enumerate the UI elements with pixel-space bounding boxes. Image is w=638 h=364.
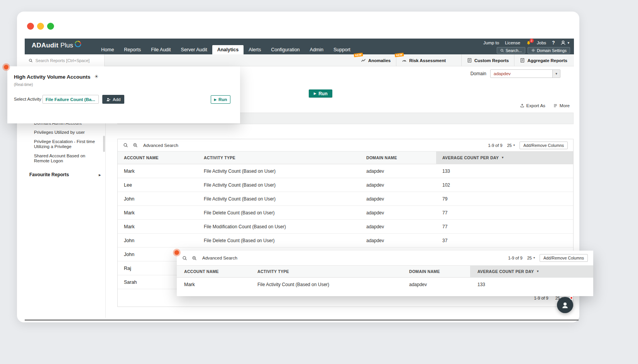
- add-remove-columns-button[interactable]: Add/Remove Columns: [520, 142, 568, 149]
- add-button[interactable]: Add: [102, 95, 124, 104]
- add-user-icon: [106, 97, 111, 102]
- col-header-domain-name[interactable]: DOMAIN NAME: [360, 152, 436, 164]
- report-tabs: NEW Anomalies NEW Risk Assessment Custom…: [355, 54, 573, 66]
- sidebar-item-shared-account-remote-logon[interactable]: Shared Account Based on Remote Logon: [25, 152, 105, 166]
- col-header-activity-type[interactable]: ACTIVITY TYPE: [198, 152, 360, 164]
- page-size-select[interactable]: 25 ▾: [527, 256, 535, 260]
- result-preview-popover: Advanced Search 1-9 of 9 25 ▾ Add/Remove…: [177, 251, 593, 296]
- domain-settings-button[interactable]: Domain Settings: [528, 47, 570, 54]
- cell-count: 77: [436, 220, 573, 233]
- advanced-search-icon[interactable]: [192, 256, 197, 261]
- domain-selector-row: Domain adapdev ▾: [470, 69, 560, 78]
- jump-to-link[interactable]: Jump to: [483, 40, 499, 45]
- new-badge: NEW: [395, 53, 404, 57]
- report-search-input[interactable]: [36, 58, 100, 63]
- document-icon: [467, 58, 472, 63]
- col-header-average-count[interactable]: AVERAGE COUNT PER DAY ▾: [470, 266, 593, 277]
- search-icon[interactable]: [182, 256, 187, 261]
- sidebar-item-privileges-utilized-by-user[interactable]: Privileges Utilized by user: [25, 128, 105, 137]
- minimize-window-button[interactable]: [37, 23, 44, 30]
- schedule-icon[interactable]: ☀: [94, 74, 99, 79]
- reports-toolbar: NEW Anomalies NEW Risk Assessment Custom…: [25, 54, 574, 66]
- menu-alerts[interactable]: Alerts: [244, 45, 266, 54]
- col-header-average-count[interactable]: AVERAGE COUNT PER DAY ▾: [436, 152, 573, 164]
- menu-admin[interactable]: Admin: [305, 45, 328, 54]
- license-link[interactable]: License: [505, 40, 520, 45]
- tab-aggregate-reports[interactable]: Aggregate Reports: [514, 54, 573, 66]
- menu-home[interactable]: Home: [96, 45, 119, 54]
- search-icon: [29, 58, 33, 63]
- pagination-text: 1-9 of 9: [508, 256, 522, 260]
- table-row[interactable]: Mark File Activity Count (Based on User)…: [177, 278, 593, 292]
- menu-file-audit[interactable]: File Audit: [146, 45, 176, 54]
- sidebar-item-privilege-escalation[interactable]: Privilege Escalation - First time Utiliz…: [25, 137, 105, 152]
- page-size-select[interactable]: 25 ▾: [507, 143, 515, 148]
- table-toolbar: Advanced Search 1-9 of 9 25 ▾ Add/Remove…: [118, 139, 573, 152]
- cell-domain: adapdev: [360, 234, 436, 247]
- report-search-box[interactable]: [25, 54, 105, 66]
- sidebar-scrollbar[interactable]: [103, 136, 105, 152]
- add-remove-columns-button[interactable]: Add/Remove Columns: [540, 254, 588, 262]
- table-row[interactable]: John File Activity Count (Based on User)…: [118, 192, 573, 206]
- tab-risk-assessment[interactable]: NEW Risk Assessment: [396, 54, 451, 66]
- zoom-window-button[interactable]: [47, 23, 54, 30]
- more-button[interactable]: More: [553, 103, 570, 108]
- tab-risk-assessment-label: Risk Assessment: [409, 58, 446, 63]
- domain-label: Domain: [470, 71, 486, 76]
- help-button[interactable]: ?: [552, 40, 555, 46]
- close-window-button[interactable]: [27, 23, 34, 30]
- col-header-domain-name[interactable]: DOMAIN NAME: [402, 266, 470, 277]
- run-button[interactable]: ▶ Run: [211, 95, 230, 104]
- menu-analytics[interactable]: Analytics: [212, 45, 244, 54]
- table-row[interactable]: Lee File Activity Count (Based on User) …: [118, 178, 573, 192]
- navbar-utilities: Jump to License 2 Jobs ? ▾: [483, 40, 569, 46]
- col-header-account-name[interactable]: ACCOUNT NAME: [118, 152, 198, 164]
- table-row[interactable]: Mark File Activity Count (Based on User)…: [118, 164, 573, 178]
- menu-support[interactable]: Support: [328, 45, 355, 54]
- document-icon: [520, 58, 525, 63]
- global-search-button[interactable]: Search...: [497, 47, 525, 54]
- cell-activity: File Delete Count (Based on User): [198, 206, 360, 219]
- menu-server-audit[interactable]: Server Audit: [176, 45, 212, 54]
- chevron-down-icon: ▾: [533, 256, 535, 260]
- col-header-account-name[interactable]: ACCOUNT NAME: [177, 266, 250, 277]
- cell-count: 79: [436, 192, 573, 206]
- domain-settings-label: Domain Settings: [537, 48, 567, 53]
- notifications-button[interactable]: 2: [526, 40, 531, 46]
- menu-configuration[interactable]: Configuration: [266, 45, 305, 54]
- col-header-activity-type[interactable]: ACTIVITY TYPE: [250, 266, 402, 277]
- report-subtitle: (Real-time): [14, 83, 33, 87]
- advanced-search-icon[interactable]: [133, 143, 138, 148]
- support-chat-button[interactable]: [557, 297, 573, 313]
- window-controls: [27, 23, 54, 30]
- export-as-button[interactable]: Export As: [520, 103, 545, 108]
- export-icon: [520, 103, 525, 108]
- tab-anomalies[interactable]: NEW Anomalies: [355, 54, 396, 66]
- account-menu-button[interactable]: ▾: [560, 40, 569, 46]
- run-report-button[interactable]: ▶ Run: [309, 89, 332, 98]
- cell-domain: adapdev: [360, 220, 436, 233]
- col-header-average-count-label: AVERAGE COUNT PER DAY: [442, 155, 499, 160]
- tab-custom-reports[interactable]: Custom Reports: [461, 54, 514, 66]
- table-row[interactable]: Mark File Delete Count (Based on User) a…: [118, 206, 573, 220]
- advanced-search-link[interactable]: Advanced Search: [202, 256, 237, 260]
- table-row[interactable]: Mark File Modification Count (Based on U…: [118, 220, 573, 234]
- cell-count: 77: [436, 206, 573, 219]
- advanced-search-link[interactable]: Advanced Search: [143, 143, 178, 148]
- chevron-down-icon: ▾: [502, 156, 503, 159]
- search-icon[interactable]: [123, 143, 128, 148]
- more-label: More: [560, 103, 570, 108]
- anomalies-icon: [361, 58, 366, 63]
- activity-select[interactable]: File Failure Count (Ba...: [42, 95, 99, 104]
- top-navbar: ADAudit Plus Home Reports File Audit Ser…: [25, 39, 574, 54]
- cell-account: Mark: [118, 206, 198, 219]
- report-title: High Activity Volume Accounts: [14, 74, 90, 80]
- export-as-label: Export As: [526, 103, 545, 108]
- jobs-link[interactable]: Jobs: [537, 40, 546, 45]
- domain-select[interactable]: adapdev ▾: [490, 69, 560, 78]
- sidebar-favourite-reports[interactable]: Favourite Reports ▸: [25, 168, 105, 181]
- menu-reports[interactable]: Reports: [119, 45, 146, 54]
- cell-count: 133: [470, 278, 593, 292]
- table-row[interactable]: John File Delete Count (Based on User) a…: [118, 234, 573, 248]
- page-size-value: 25: [527, 256, 532, 260]
